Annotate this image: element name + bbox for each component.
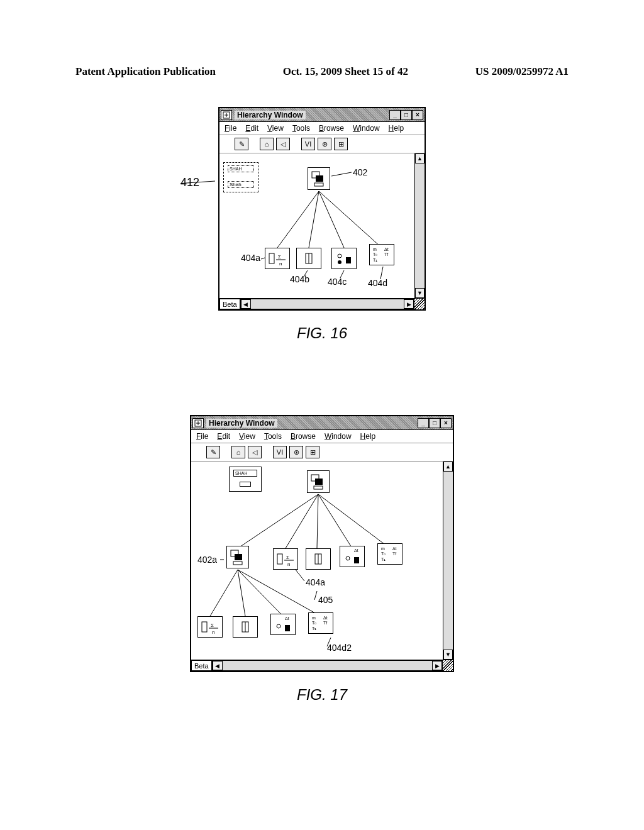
svg-text:Σ: Σ bbox=[286, 555, 289, 560]
toolbar-btn-3[interactable]: ◁ bbox=[248, 446, 262, 458]
scroll-right-icon[interactable]: ▶ bbox=[432, 661, 442, 670]
svg-text:T₀: T₀ bbox=[373, 252, 377, 257]
resize-grip[interactable] bbox=[414, 299, 425, 309]
close-button[interactable]: × bbox=[412, 110, 423, 120]
svg-point-72 bbox=[277, 624, 280, 628]
svg-text:Σ: Σ bbox=[211, 622, 214, 628]
level2-node-a[interactable]: Σn bbox=[197, 616, 223, 638]
level2-node-b[interactable] bbox=[233, 616, 258, 638]
svg-line-36 bbox=[318, 494, 352, 548]
toolbar-btn-1[interactable]: ✎ bbox=[235, 138, 248, 150]
vertical-scrollbar[interactable]: ▲ ▼ bbox=[414, 153, 425, 298]
toolbar-btn-4[interactable]: VI bbox=[273, 446, 287, 458]
menu-window[interactable]: Window bbox=[325, 432, 352, 441]
level1-node-c[interactable] bbox=[306, 548, 331, 570]
root-node-402[interactable] bbox=[308, 167, 330, 190]
svg-line-35 bbox=[317, 494, 318, 548]
level1-node-e[interactable]: mΔtT₀TfT₁ bbox=[377, 543, 402, 565]
toolbar-btn-5[interactable]: ⊛ bbox=[289, 446, 303, 458]
svg-line-33 bbox=[238, 494, 318, 548]
horizontal-scrollbar[interactable]: ◀ ▶ bbox=[240, 299, 414, 309]
toolbar-btn-2[interactable]: ⌂ bbox=[231, 446, 245, 458]
level2-node-c[interactable]: Δt bbox=[270, 614, 296, 635]
toolbar-btn-5[interactable]: ⊛ bbox=[318, 138, 331, 150]
bottom-bar: Beta ◀ ▶ bbox=[191, 660, 453, 671]
menu-view[interactable]: View bbox=[239, 432, 255, 441]
ref-404d: 404d bbox=[368, 278, 387, 288]
scroll-down-icon[interactable]: ▼ bbox=[415, 288, 425, 298]
svg-text:n: n bbox=[287, 562, 290, 567]
menu-tools[interactable]: Tools bbox=[292, 124, 310, 133]
menu-window[interactable]: Window bbox=[353, 124, 380, 133]
scroll-left-icon[interactable]: ◀ bbox=[241, 299, 251, 309]
tag-bottom: Shah bbox=[228, 181, 254, 188]
shah-tag-box: SHAH bbox=[229, 467, 262, 492]
menu-help[interactable]: Help bbox=[360, 432, 376, 441]
svg-line-8 bbox=[331, 172, 352, 176]
figure-17: Hierarchy Window _ □ × File Edit View To… bbox=[190, 415, 454, 704]
level1-node-d[interactable]: Δt bbox=[340, 546, 365, 567]
maximize-button[interactable]: □ bbox=[401, 110, 412, 120]
child-node-d[interactable]: mΔtT₀TfT₁ bbox=[369, 244, 394, 265]
toolbar-btn-3[interactable]: ◁ bbox=[276, 138, 290, 150]
svg-line-43 bbox=[314, 591, 317, 600]
ref-412: 412 bbox=[180, 176, 199, 189]
menu-edit[interactable]: Edit bbox=[245, 124, 258, 133]
menu-view[interactable]: View bbox=[267, 124, 284, 133]
toolbar-btn-4[interactable]: VI bbox=[301, 138, 315, 150]
svg-rect-73 bbox=[285, 625, 290, 631]
scroll-left-icon[interactable]: ◀ bbox=[213, 661, 223, 670]
horizontal-scrollbar[interactable]: ◀ ▶ bbox=[212, 660, 443, 671]
toolbar-btn-1[interactable]: ✎ bbox=[206, 446, 220, 458]
menu-browse[interactable]: Browse bbox=[291, 432, 316, 441]
node-402a[interactable] bbox=[226, 546, 249, 568]
titlebar: Hierarchy Window _ □ × bbox=[219, 108, 425, 122]
level1-node-b[interactable]: Σn bbox=[273, 548, 298, 570]
svg-text:Tf: Tf bbox=[392, 551, 396, 556]
ref-402a: 402a bbox=[197, 555, 217, 565]
menu-file[interactable]: File bbox=[196, 432, 208, 441]
resize-grip[interactable] bbox=[443, 660, 453, 671]
menu-tools[interactable]: Tools bbox=[264, 432, 282, 441]
hierarchy-canvas[interactable]: SHAH Σn Δt bbox=[191, 462, 453, 660]
svg-rect-10 bbox=[316, 175, 323, 182]
svg-text:Tf: Tf bbox=[384, 252, 388, 257]
svg-rect-51 bbox=[277, 554, 282, 564]
pub-number: US 2009/0259972 A1 bbox=[475, 65, 569, 78]
child-node-b[interactable] bbox=[296, 248, 321, 269]
scroll-up-icon[interactable]: ▲ bbox=[415, 153, 425, 163]
menu-help[interactable]: Help bbox=[389, 124, 404, 133]
svg-rect-65 bbox=[202, 622, 207, 632]
svg-text:T₁: T₁ bbox=[312, 626, 316, 631]
shah-tag-box: SHAH Shah bbox=[223, 162, 258, 192]
hierarchy-window-16: Hierarchy Window _ □ × File Edit View To… bbox=[218, 107, 426, 311]
scroll-down-icon[interactable]: ▼ bbox=[443, 650, 453, 660]
close-button[interactable]: × bbox=[440, 418, 452, 428]
toolbar-btn-2[interactable]: ⌂ bbox=[260, 138, 274, 150]
child-node-a[interactable]: Σn bbox=[265, 248, 290, 269]
toolbar-btn-6[interactable]: ⊞ bbox=[334, 138, 348, 150]
hierarchy-canvas[interactable]: SHAH Shah 402 Σn bbox=[219, 153, 425, 298]
menu-browse[interactable]: Browse bbox=[319, 124, 344, 133]
svg-point-18 bbox=[338, 254, 341, 258]
toolbar-btn-6[interactable]: ⊞ bbox=[306, 446, 319, 458]
minimize-button[interactable]: _ bbox=[418, 418, 429, 428]
menu-file[interactable]: File bbox=[225, 124, 236, 133]
maximize-button[interactable]: □ bbox=[429, 418, 440, 428]
scroll-right-icon[interactable]: ▶ bbox=[404, 299, 414, 309]
child-node-c[interactable] bbox=[331, 248, 357, 269]
vertical-scrollbar[interactable]: ▲ ▼ bbox=[443, 462, 453, 660]
ref-404a: 404a bbox=[306, 577, 325, 587]
minimize-button[interactable]: _ bbox=[389, 110, 401, 120]
menu-edit[interactable]: Edit bbox=[217, 432, 230, 441]
level2-node-d[interactable]: mΔtT₀TfT₁ bbox=[308, 612, 333, 634]
toolbar: ✎ ⌂ ◁ VI ⊛ ⊞ bbox=[191, 443, 453, 462]
scroll-up-icon[interactable]: ▲ bbox=[443, 462, 453, 472]
svg-text:m: m bbox=[381, 546, 385, 551]
svg-line-34 bbox=[286, 494, 318, 548]
root-node[interactable] bbox=[307, 470, 330, 493]
svg-line-5 bbox=[309, 191, 319, 248]
svg-point-58 bbox=[346, 556, 350, 560]
window-title: Hierarchy Window bbox=[235, 111, 306, 119]
svg-text:Δt: Δt bbox=[285, 616, 289, 621]
